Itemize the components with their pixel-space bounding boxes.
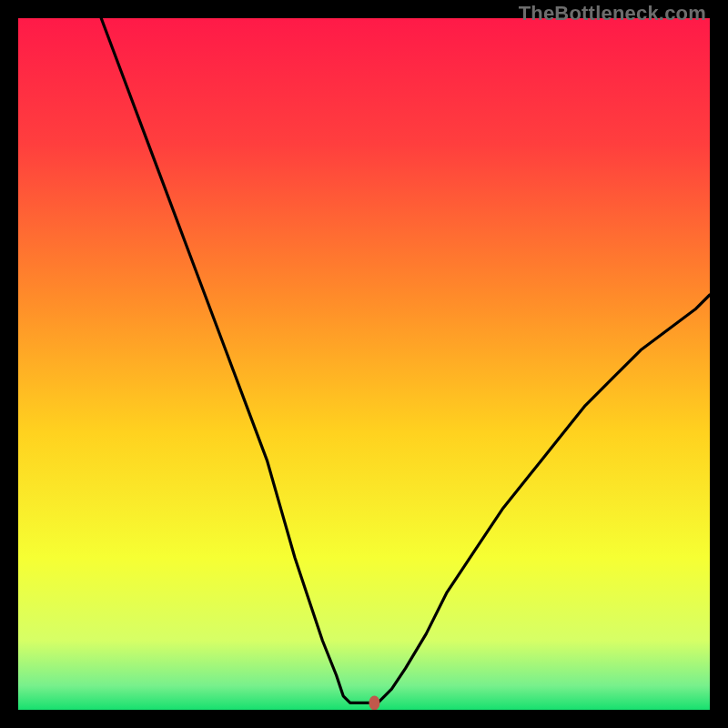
gradient-background (18, 18, 710, 710)
chart-frame (18, 18, 710, 710)
watermark-text: TheBottleneck.com (519, 2, 706, 25)
optimal-point-marker (369, 695, 379, 710)
bottleneck-chart (18, 18, 710, 710)
